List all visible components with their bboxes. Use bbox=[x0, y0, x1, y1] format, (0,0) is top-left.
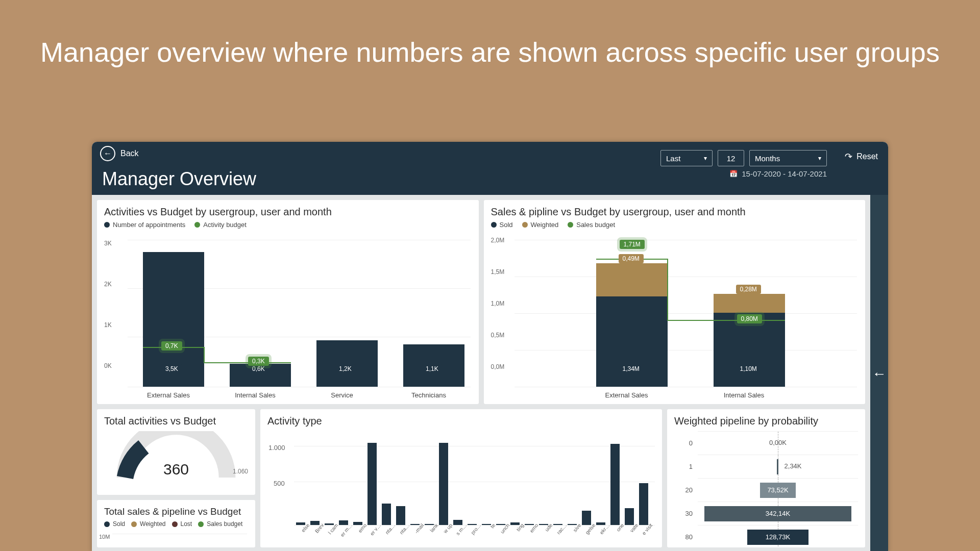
card-total-activities-gauge[interactable]: Total activities vs Budget 360 1.060 bbox=[97, 409, 255, 495]
date-range-text: 15-07-2020 - 14-07-2021 bbox=[742, 169, 827, 178]
bar-value: 3,5K bbox=[161, 364, 182, 373]
y-tick: 1,0M bbox=[491, 300, 505, 307]
calendar-icon: 📅 bbox=[729, 170, 738, 178]
undo-icon: ↶ bbox=[845, 151, 852, 162]
x-category: Technicians bbox=[393, 391, 464, 399]
back-label: Back bbox=[120, 149, 139, 158]
card-title: Activities vs Budget by usergroup, user … bbox=[104, 206, 472, 218]
activity-type-bar[interactable] bbox=[639, 483, 648, 525]
legend-label: Activity budget bbox=[203, 221, 247, 229]
expand-rail[interactable]: ← bbox=[870, 195, 888, 551]
card-activities-vs-budget[interactable]: Activities vs Budget by usergroup, user … bbox=[97, 200, 479, 404]
legend-swatch-appointments bbox=[104, 222, 110, 228]
activity-type-plot: elseBrevl camer m…emoer v…nta…nta…-maill… bbox=[294, 434, 655, 525]
activity-type-bar[interactable] bbox=[439, 443, 448, 525]
dashboard-title: Manager Overview bbox=[102, 168, 256, 190]
period-unit-value: Months bbox=[755, 154, 780, 163]
chevron-down-icon: ▾ bbox=[704, 155, 707, 162]
row-bottom-cards: Total activities vs Budget 360 1.060 Tot… bbox=[97, 409, 865, 547]
funnel-value: 342,14K bbox=[766, 510, 790, 517]
prob-label: 30 bbox=[674, 510, 698, 517]
activity-type-bar[interactable] bbox=[582, 511, 591, 525]
activity-type-bar[interactable] bbox=[368, 443, 377, 525]
gauge-value: 360 bbox=[107, 461, 245, 478]
legend: Sold Weighted Lost Sales budget bbox=[104, 520, 248, 528]
arrow-left-icon: ← bbox=[872, 366, 887, 382]
activity-type-bar[interactable] bbox=[610, 444, 620, 525]
row-top-charts: Activities vs Budget by usergroup, user … bbox=[97, 200, 865, 404]
chevron-down-icon: ▾ bbox=[818, 155, 821, 162]
page-headline: Manager overview where numbers are shown… bbox=[0, 0, 980, 69]
y-tick: 500 bbox=[274, 480, 285, 487]
card-total-sales-pipeline-vs-budget[interactable]: Total sales & pipeline vs Budget Sold We… bbox=[97, 500, 255, 547]
activity-type-bar[interactable] bbox=[396, 506, 405, 525]
reset-label: Reset bbox=[856, 152, 878, 161]
card-title: Activity type bbox=[267, 415, 655, 427]
y-tick: 0,5M bbox=[491, 332, 505, 339]
card-weighted-pipeline[interactable]: Weighted pipeline by probability 0 0,00K… bbox=[667, 409, 865, 547]
dashboard-body: Activities vs Budget by usergroup, user … bbox=[92, 195, 870, 551]
y-tick: 1K bbox=[104, 321, 112, 329]
legend-swatch-sold bbox=[491, 222, 497, 228]
period-amount-input[interactable]: 12 bbox=[718, 150, 744, 166]
reset-button[interactable]: ↶ Reset bbox=[845, 151, 878, 162]
y-tick: 3K bbox=[104, 240, 112, 247]
period-unit-select[interactable]: Months ▾ bbox=[749, 150, 827, 166]
legend-label: Weighted bbox=[531, 221, 559, 229]
weighted-row-30[interactable]: 30 342,14K bbox=[674, 502, 858, 525]
back-button[interactable]: ← Back bbox=[100, 146, 139, 161]
legend-swatch-lost bbox=[172, 521, 178, 527]
funnel-value: 73,52K bbox=[767, 486, 788, 494]
y-tick: 2K bbox=[104, 281, 112, 288]
weighted-value: 0,49M bbox=[619, 254, 644, 263]
x-category: Internal Sales bbox=[219, 391, 291, 399]
legend-label: Sold bbox=[113, 520, 125, 528]
legend-label: Number of appointments bbox=[113, 221, 185, 229]
sales-budget-line bbox=[514, 240, 857, 387]
period-amount-value: 12 bbox=[727, 154, 736, 163]
weighted-row-80[interactable]: 80 128,73K bbox=[674, 525, 858, 547]
legend-label: Sales budget bbox=[207, 520, 242, 528]
activities-plot: 0,7K 0,3K 3,5K 0,6K 1,2K 1,1K bbox=[128, 240, 471, 387]
card-sales-pipeline-vs-budget[interactable]: Sales & pipline vs Budget by usergroup, … bbox=[484, 200, 866, 404]
activity-type-bar[interactable] bbox=[625, 508, 634, 525]
x-category: Service bbox=[306, 391, 378, 399]
legend-swatch-weighted bbox=[131, 521, 137, 527]
bar-value: 1,1K bbox=[422, 364, 443, 373]
budget-tag: 0,3K bbox=[248, 357, 269, 366]
prob-label: 80 bbox=[674, 533, 698, 541]
legend-swatch-weighted bbox=[522, 222, 528, 228]
bar-value: 1,2K bbox=[335, 364, 356, 373]
period-filter-group: Last ▾ 12 Months ▾ bbox=[660, 150, 827, 166]
dashboard-topbar: ← Back Manager Overview Last ▾ 12 Months… bbox=[92, 142, 888, 195]
sales-plot: 1,71M 0,80M 0,49M 0,28M 1,34M 1,10M bbox=[514, 240, 857, 387]
activity-type-bar[interactable] bbox=[382, 504, 391, 525]
legend-label: Sales budget bbox=[576, 221, 615, 229]
legend-swatch-sales-budget bbox=[198, 521, 204, 527]
weighted-row-20[interactable]: 20 73,52K bbox=[674, 478, 858, 502]
funnel-value: 0,00K bbox=[769, 439, 787, 446]
funnel-bar: 342,14K bbox=[704, 506, 852, 521]
funnel-value: 128,73K bbox=[766, 533, 790, 541]
period-relative-select[interactable]: Last ▾ bbox=[660, 150, 713, 166]
y-tick: 1.000 bbox=[268, 444, 285, 452]
budget-tag: 0,7K bbox=[161, 341, 182, 350]
x-category: External Sales bbox=[576, 391, 678, 399]
card-title: Weighted pipeline by probability bbox=[674, 415, 858, 427]
funnel-bar: 128,73K bbox=[747, 530, 808, 545]
gauge: 360 1.060 bbox=[107, 431, 245, 477]
period-relative-value: Last bbox=[666, 154, 680, 163]
gauge-target: 1.060 bbox=[233, 468, 248, 475]
dashboard-shell: ← Back Manager Overview Last ▾ 12 Months… bbox=[92, 142, 888, 551]
budget-tag: 1,71M bbox=[620, 240, 645, 249]
card-title: Sales & pipline vs Budget by usergroup, … bbox=[491, 206, 859, 218]
card-activity-type[interactable]: Activity type 1.000 500 elseBrevl camer … bbox=[260, 409, 662, 547]
card-title: Total activities vs Budget bbox=[104, 415, 248, 427]
weighted-row-0[interactable]: 0 0,00K bbox=[674, 431, 858, 455]
budget-tag: 0,80M bbox=[737, 314, 762, 323]
funnel-bar bbox=[777, 459, 778, 474]
weighted-row-1[interactable]: 1 2,34K bbox=[674, 455, 858, 478]
funnel-value: 2,34K bbox=[785, 462, 802, 470]
y-tick: 10M bbox=[99, 534, 110, 540]
legend-swatch-sales-budget bbox=[568, 222, 573, 228]
